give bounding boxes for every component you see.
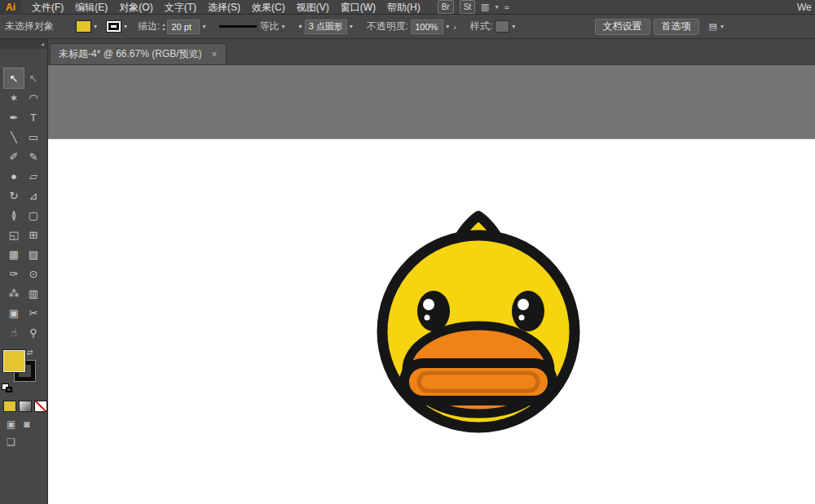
- blend-tool[interactable]: ⊙: [24, 264, 43, 283]
- menu-help[interactable]: 帮助(H): [381, 0, 426, 15]
- chevron-down-icon[interactable]: ▾: [496, 3, 499, 11]
- control-panel-menu-icon[interactable]: ▤: [709, 21, 717, 32]
- tools-panel: ◂ ↖ ↖ ✶ ◠ ✒ T ╲ ▭ ✐ ✎ ● ▱ ↻ ⊿ ≬ ▢ ◱ ⊞ ▦ …: [0, 39, 48, 504]
- stroke-color-swatch[interactable]: [106, 20, 121, 33]
- paintbrush-tool-icon: ✐: [10, 151, 19, 163]
- brush-definition-value[interactable]: 3 点圆形: [305, 20, 347, 34]
- tab-close-icon[interactable]: ×: [212, 49, 218, 60]
- pen-tool[interactable]: ✒: [4, 107, 24, 127]
- eyedropper-tool[interactable]: ✑: [4, 264, 24, 283]
- menu-effect[interactable]: 效果(C): [246, 0, 291, 15]
- scale-tool-icon: ⊿: [29, 190, 38, 202]
- workspace-switcher-label[interactable]: We: [797, 2, 815, 13]
- gradient-tool[interactable]: ▨: [24, 244, 43, 264]
- duck-left-eye-highlight-small: [425, 315, 430, 321]
- screen-mode-icon[interactable]: ❏: [7, 436, 15, 448]
- width-profile-dropdown-icon[interactable]: ▾: [281, 23, 284, 30]
- paintbrush-tool[interactable]: ✐: [4, 147, 24, 166]
- magic-wand-tool[interactable]: ✶: [4, 88, 24, 107]
- mesh-tool-icon: ▦: [9, 248, 19, 261]
- color-mode-button[interactable]: [3, 401, 16, 412]
- gesture-icon[interactable]: ≈: [504, 2, 509, 12]
- mesh-tool[interactable]: ▦: [4, 244, 24, 264]
- width-profile-label: 等比: [259, 20, 279, 33]
- arrange-documents-icon[interactable]: ▥: [481, 2, 489, 12]
- menu-edit[interactable]: 编辑(E): [69, 0, 113, 15]
- preferences-button[interactable]: 首选项: [654, 19, 699, 35]
- artboard-tool[interactable]: ▣: [4, 303, 24, 322]
- eraser-tool-icon: ▱: [29, 170, 37, 182]
- free-transform-tool[interactable]: ▢: [24, 205, 43, 225]
- stroke-dropdown-icon[interactable]: ▾: [124, 23, 127, 30]
- slice-tool[interactable]: ✂: [24, 303, 43, 322]
- symbol-sprayer-tool-icon: ⁂: [9, 287, 20, 300]
- menu-type[interactable]: 文字(T): [159, 0, 202, 15]
- blob-brush-tool-icon: ●: [11, 170, 17, 182]
- menu-file[interactable]: 文件(F): [26, 0, 69, 15]
- default-fill-stroke-icon[interactable]: [2, 383, 13, 393]
- brush-dropdown-icon[interactable]: ▾: [350, 23, 353, 30]
- shape-builder-tool[interactable]: ◱: [4, 225, 24, 244]
- hand-tool[interactable]: ☝: [4, 322, 24, 342]
- type-tool[interactable]: T: [24, 107, 43, 127]
- tools-panel-header[interactable]: ◂: [0, 39, 47, 49]
- none-mode-button[interactable]: [34, 401, 47, 412]
- duck-artwork[interactable]: [359, 204, 603, 448]
- rotate-tool-icon: ↻: [10, 190, 19, 202]
- gradient-tool-icon: ▨: [29, 248, 38, 261]
- draw-normal-icon[interactable]: ▣: [7, 419, 15, 430]
- line-segment-tool-icon: ╲: [11, 131, 17, 143]
- fill-color-swatch[interactable]: [76, 20, 91, 33]
- menu-view[interactable]: 视图(V): [291, 0, 335, 15]
- lasso-tool-icon: ◠: [29, 92, 37, 104]
- color-swatch-area: ⇄: [0, 348, 47, 396]
- opacity-dropdown-icon[interactable]: ▾: [446, 23, 449, 30]
- stroke-weight-value[interactable]: 20 pt: [167, 20, 200, 34]
- document-tab-bar: 未标题-4* @ 66.67% (RGB/预览) ×: [48, 39, 815, 65]
- duck-mouth: [404, 363, 553, 401]
- style-swatch[interactable]: [495, 20, 509, 33]
- rotate-tool[interactable]: ↻: [4, 186, 24, 205]
- direct-selection-tool[interactable]: ↖: [24, 68, 43, 88]
- symbol-sprayer-tool[interactable]: ⁂: [4, 283, 24, 303]
- style-dropdown-icon[interactable]: ▾: [512, 23, 515, 30]
- stock-button[interactable]: St: [460, 0, 475, 14]
- draw-behind-icon[interactable]: ◙: [24, 419, 29, 430]
- scale-tool[interactable]: ⊿: [24, 186, 43, 205]
- rectangle-tool[interactable]: ▭: [24, 127, 43, 147]
- eraser-tool[interactable]: ▱: [24, 166, 43, 186]
- control-panel-menu-dropdown-icon[interactable]: ▾: [720, 23, 724, 30]
- stroke-weight-stepper[interactable]: ▴ ▾: [162, 22, 165, 32]
- zoom-tool[interactable]: ⚲: [24, 322, 43, 342]
- menu-object[interactable]: 对象(O): [113, 0, 158, 15]
- swap-fill-stroke-icon[interactable]: ⇄: [27, 348, 33, 357]
- canvas-area[interactable]: [48, 65, 815, 504]
- tools-grid: ↖ ↖ ✶ ◠ ✒ T ╲ ▭ ✐ ✎ ● ▱ ↻ ⊿ ≬ ▢ ◱ ⊞ ▦ ▨ …: [0, 68, 47, 342]
- fill-dropdown-icon[interactable]: ▾: [94, 23, 97, 30]
- opacity-label: 不透明度:: [367, 20, 408, 33]
- perspective-grid-tool[interactable]: ⊞: [24, 225, 43, 244]
- fill-color-indicator[interactable]: [3, 350, 25, 372]
- column-graph-tool[interactable]: ▥: [24, 283, 43, 303]
- app-logo: Ai: [0, 0, 21, 15]
- opacity-panel-chevron-icon[interactable]: ›: [452, 22, 458, 32]
- bridge-button[interactable]: Br: [438, 0, 454, 14]
- document-tab[interactable]: 未标题-4* @ 66.67% (RGB/预览) ×: [50, 43, 227, 64]
- duck-right-eye-highlight: [518, 299, 529, 310]
- line-segment-tool[interactable]: ╲: [4, 127, 24, 147]
- blob-brush-tool[interactable]: ●: [4, 166, 24, 186]
- menu-window[interactable]: 窗口(W): [335, 0, 381, 15]
- menu-select[interactable]: 选择(S): [202, 0, 246, 15]
- pencil-tool[interactable]: ✎: [24, 147, 43, 166]
- stroke-profile-preview: [219, 25, 257, 28]
- stroke-weight-dropdown-icon[interactable]: ▾: [202, 23, 205, 30]
- selection-tool[interactable]: ↖: [4, 68, 24, 88]
- document-setup-button[interactable]: 文档设置: [595, 19, 650, 35]
- stepper-down-icon[interactable]: ▾: [162, 27, 165, 32]
- collapse-panel-icon[interactable]: ◂: [41, 41, 44, 48]
- duck-left-eye: [417, 291, 450, 331]
- opacity-value[interactable]: 100%: [411, 20, 443, 34]
- gradient-mode-button[interactable]: [19, 401, 32, 412]
- width-tool[interactable]: ≬: [4, 205, 24, 225]
- lasso-tool[interactable]: ◠: [24, 88, 43, 107]
